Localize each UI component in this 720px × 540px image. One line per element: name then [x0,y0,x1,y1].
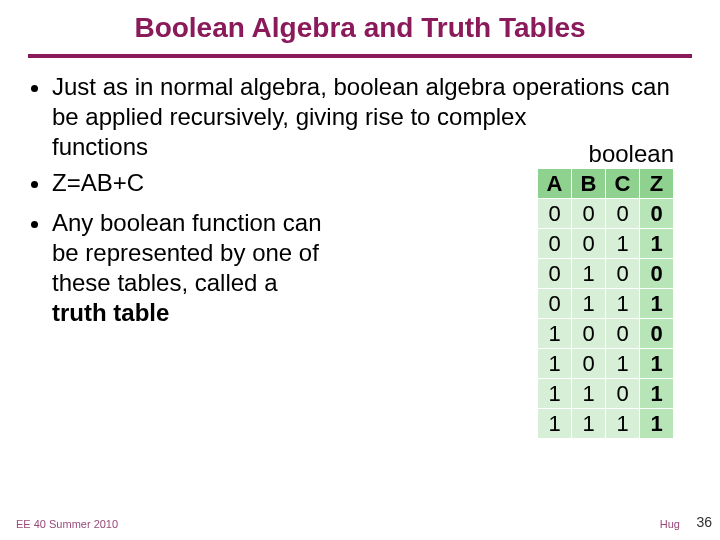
cell: 0 [538,229,572,259]
bullet-3: Any boolean function can be represented … [52,208,402,328]
cell: 1 [606,289,640,319]
cell-z: 0 [640,319,674,349]
col-b: B [572,169,606,199]
slide: Boolean Algebra and Truth Tables Just as… [0,0,720,540]
footer-left: EE 40 Summer 2010 [16,518,118,530]
cell-z: 1 [640,409,674,439]
cell: 0 [572,349,606,379]
cell-z: 1 [640,229,674,259]
bullet-1-cont: functions [52,132,412,162]
title-rule [28,54,692,58]
cell: 0 [606,199,640,229]
cell: 1 [572,289,606,319]
bullet-3-l1: Any boolean function can [52,209,322,236]
truth-table: A B C Z 0000 0011 0100 0111 1000 1011 11… [537,168,674,439]
cell: 1 [538,409,572,439]
cell-z: 0 [640,199,674,229]
cell-z: 1 [640,379,674,409]
partial-word: boolean [589,140,674,168]
cell: 1 [572,379,606,409]
bullet-3-l2: be represented by one of [52,239,319,266]
cell: 1 [606,349,640,379]
cell: 0 [572,229,606,259]
cell: 1 [538,379,572,409]
cell: 1 [606,229,640,259]
table-row: 1011 [538,349,674,379]
cell: 0 [538,259,572,289]
cell: 0 [606,259,640,289]
cell: 1 [538,319,572,349]
cell-z: 1 [640,349,674,379]
footer-right: Hug [660,518,680,530]
table-row: 0011 [538,229,674,259]
table-row: 0100 [538,259,674,289]
cell: 0 [538,289,572,319]
col-z: Z [640,169,674,199]
col-a: A [538,169,572,199]
bullet-1-text: Just as in normal algebra, boolean algeb… [52,73,670,130]
slide-title: Boolean Algebra and Truth Tables [0,0,720,54]
bullet-3-l3: these tables, called a [52,269,277,296]
cell-z: 0 [640,259,674,289]
cell: 1 [606,409,640,439]
table-row: 1111 [538,409,674,439]
cell: 0 [572,199,606,229]
cell: 0 [572,319,606,349]
table-header-row: A B C Z [538,169,674,199]
table-row: 1000 [538,319,674,349]
table-row: 0000 [538,199,674,229]
cell: 1 [538,349,572,379]
cell: 0 [606,319,640,349]
cell: 0 [538,199,572,229]
table-row: 0111 [538,289,674,319]
cell: 1 [572,259,606,289]
table-row: 1101 [538,379,674,409]
cell: 1 [572,409,606,439]
cell-z: 1 [640,289,674,319]
table-body: 0000 0011 0100 0111 1000 1011 1101 1111 [538,199,674,439]
cell: 0 [606,379,640,409]
page-number: 36 [696,514,712,530]
col-c: C [606,169,640,199]
bullet-3-l4: truth table [52,299,169,326]
